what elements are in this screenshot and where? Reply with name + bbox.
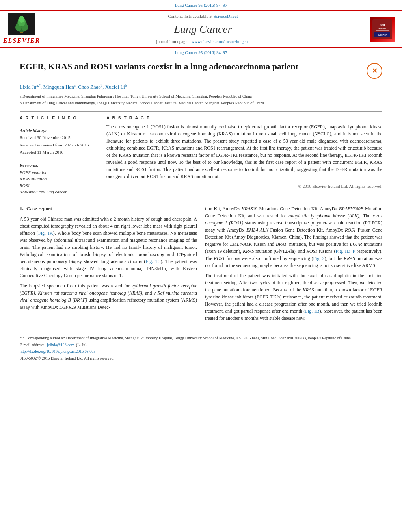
section-title: Case report	[26, 206, 52, 211]
body-col-left: 1. Case report A 53-year-old Chinese man…	[20, 205, 197, 325]
footnote-doi: http://dx.doi.org/10.1016/j.lungcan.2016…	[20, 349, 382, 354]
journal-reference: Lung Cancer 95 (2016) 94–97	[175, 3, 227, 7]
case-report-heading: 1. Case report	[20, 205, 197, 213]
main-content: EGFR, KRAS and ROS1 variants coexist in …	[0, 57, 402, 370]
revised-date: Received in revised form 2 March 2016	[20, 142, 99, 148]
fig1d-link[interactable]: Fig. 1D–F	[335, 248, 355, 254]
case-paragraph-3: The treatment of the patient was initiat…	[205, 272, 382, 322]
journal-logo-right: lung cancer ELSEVIER	[367, 17, 398, 42]
info-divider-2	[20, 159, 99, 159]
info-abstract-row: A R T I C L E I N F O Article history: R…	[20, 115, 382, 195]
copyright-notice: © 2016 Elsevier Ireland Ltd. All rights …	[106, 183, 382, 190]
abstract-section: A B S T R A C T The c-ros oncogene 1 (RO…	[106, 115, 382, 195]
article-info-section: A R T I C L E I N F O Article history: R…	[20, 115, 99, 195]
body-text-right: tion Kit, AmoyDx KRAS19 Mutations Gene D…	[205, 205, 382, 322]
keywords-list: EGFR mutation KRAS mutation ROS1 Non-sma…	[20, 169, 99, 195]
section-divider-1	[20, 111, 382, 112]
homepage-label: journal homepage:	[156, 39, 188, 44]
homepage-link[interactable]: www.elsevier.com/locate/lungcan	[191, 39, 249, 44]
section-number: 1.	[20, 206, 24, 211]
body-content: 1. Case report A 53-year-old Chinese man…	[20, 205, 382, 325]
elsevier-logo-block: ELSEVIER	[4, 13, 39, 45]
keyword-4: Non-small cell lung cancer	[20, 189, 99, 195]
sciencedirect-line: Contents lists available at ScienceDirec…	[43, 13, 363, 20]
sciencedirect-link[interactable]: ScienceDirect	[214, 14, 238, 19]
body-col-right: tion Kit, AmoyDx KRAS19 Mutations Gene D…	[205, 205, 382, 325]
email-suffix: (L. Ju).	[76, 343, 87, 347]
body-text-left: A 53-year-old Chinese man was admitted w…	[20, 215, 197, 311]
footnote-email: E-mail address: jvlixia@126.com (L. Ju).	[20, 342, 382, 348]
title-row: EGFR, KRAS and ROS1 variants coexist in …	[20, 61, 382, 79]
lung-cancer-badge: lung cancer ELSEVIER	[370, 17, 395, 42]
svg-text:lung: lung	[380, 24, 385, 26]
journal-name: Lung Cancer	[43, 21, 363, 37]
svg-text:ELSEVIER: ELSEVIER	[378, 34, 387, 36]
elsevier-tree-svg	[10, 15, 34, 34]
history-label: Article history:	[20, 128, 99, 134]
footnote-corresponding: * * Corresponding author at: Department …	[20, 336, 382, 341]
section-divider-2	[20, 201, 382, 201]
author-names: Lixia Jua,*, Mingquan Hana, Chao Zhaob, …	[20, 84, 127, 90]
email-address[interactable]: jvlixia@126.com	[47, 343, 74, 347]
case-paragraph-1: A 53-year-old Chinese man was admitted w…	[20, 215, 197, 279]
accepted-date: Accepted 11 March 2016	[20, 149, 99, 155]
elsevier-wordmark: ELSEVIER	[3, 36, 40, 45]
keyword-2: KRAS mutation	[20, 176, 99, 182]
svg-text:cancer: cancer	[378, 27, 386, 29]
contents-label: Contents lists available at	[168, 14, 212, 19]
footnote-issn: 0169-5002/© 2016 Elsevier Ireland Ltd. A…	[20, 356, 382, 361]
keyword-1: EGFR mutation	[20, 169, 99, 176]
affiliations-block: a Department of Integrative Medicine, Sh…	[20, 93, 382, 106]
fig1b-link[interactable]: Fig. 1B	[305, 308, 319, 314]
article-title: EGFR, KRAS and ROS1 variants coexist in …	[20, 61, 298, 72]
email-label: E-mail address:	[20, 343, 44, 347]
crossmark-icon: ✕	[372, 66, 378, 76]
article-info-bar: Lung Cancer 95 (2016) 94–97	[0, 48, 402, 57]
article-reference-bar: Lung Cancer 95 (2016) 94–97	[0, 0, 402, 10]
svg-point-5	[19, 16, 24, 23]
svg-rect-9	[376, 30, 389, 31]
fig2-link[interactable]: Fig. 2	[313, 256, 325, 261]
affiliation-a: a Department of Integrative Medicine, Sh…	[20, 93, 382, 99]
journal-header: ELSEVIER Contents lists available at Sci…	[0, 10, 402, 48]
abstract-text: The c-ros oncogene 1 (ROS1) fusion is al…	[106, 123, 382, 190]
homepage-line: journal homepage: www.elsevier.com/locat…	[43, 39, 363, 45]
fig1c-link[interactable]: Fig. 1C	[145, 259, 160, 264]
keywords-label: Keywords:	[20, 162, 99, 169]
received-date: Received 30 November 2015	[20, 135, 99, 141]
case-paragraph-2: The biopsied specimen from this patient …	[20, 282, 197, 311]
elsevier-tree-image	[8, 13, 35, 35]
footnote-corresponding-text: * Corresponding author at: Department of…	[23, 336, 352, 340]
fig1a-link[interactable]: Fig. 1A	[38, 230, 53, 236]
info-divider-1	[20, 124, 99, 124]
article-info-heading: A R T I C L E I N F O	[20, 115, 99, 121]
case-paragraph-2-cont: tion Kit, AmoyDx KRAS19 Mutations Gene D…	[205, 205, 382, 269]
article-doi-line: Lung Cancer 95 (2016) 94–97	[175, 50, 227, 55]
footnote-star: *	[20, 336, 23, 340]
journal-title-block: Contents lists available at ScienceDirec…	[43, 13, 363, 45]
crossmark-badge[interactable]: ✕	[367, 63, 382, 79]
lung-cancer-logo-svg: lung cancer ELSEVIER	[372, 19, 392, 39]
authors-line: Lixia Jua,*, Mingquan Hana, Chao Zhaob, …	[20, 83, 382, 91]
abstract-paragraph: The c-ros oncogene 1 (ROS1) fusion is al…	[106, 123, 382, 180]
doi-link[interactable]: http://dx.doi.org/10.1016/j.lungcan.2016…	[20, 349, 95, 354]
footnote-section: * * Corresponding author at: Department …	[20, 333, 382, 361]
abstract-heading: A B S T R A C T	[106, 115, 382, 121]
affiliation-b: b Department of Lung Cancer and Immunolo…	[20, 100, 382, 106]
keyword-3: ROS1	[20, 182, 99, 189]
